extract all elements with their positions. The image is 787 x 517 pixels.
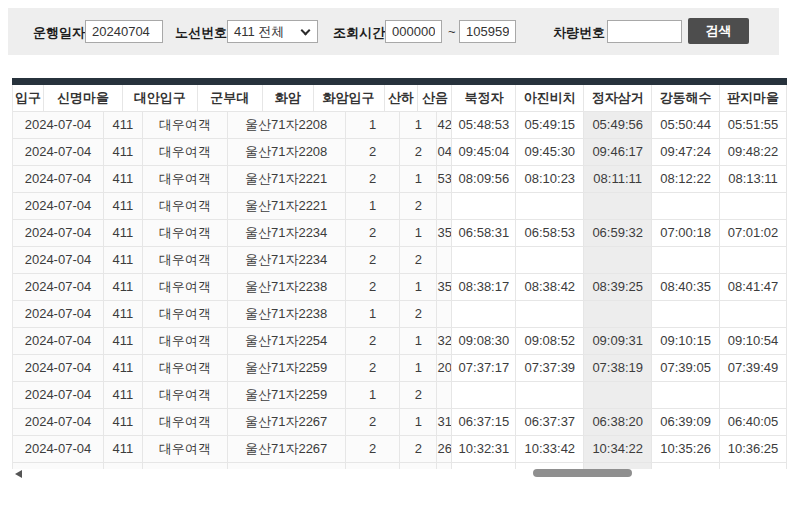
table-row[interactable]: 2024-07-04411대우여객울산71자2238213508:38:1708… (12, 274, 787, 301)
cell-direction[interactable]: 2 (346, 436, 401, 463)
cell-sequence[interactable]: 1 (400, 220, 437, 247)
scrollbar-thumb[interactable] (533, 469, 632, 477)
cell-sequence[interactable]: 2 (400, 247, 437, 274)
cell-company[interactable]: 대우여객 (143, 436, 228, 463)
cell-arrival-time[interactable]: 09:08:52 (516, 328, 584, 355)
cell-vehicle[interactable]: 울산71자2234 (228, 220, 346, 247)
cell-arrival-time[interactable]: 09:09:31 (584, 328, 652, 355)
cell-arrival-time[interactable] (584, 301, 652, 328)
cell-arrival-time[interactable]: 05:48:53 (452, 112, 516, 139)
cell-direction[interactable]: 2 (346, 220, 401, 247)
cell-date[interactable]: 2024-07-04 (13, 247, 104, 274)
cell-arrival-time[interactable]: 06:58:31 (452, 220, 516, 247)
cell-company[interactable]: 대우여객 (143, 328, 228, 355)
cell-arrival-time[interactable]: 08:13:11 (720, 166, 787, 193)
cell-direction[interactable]: 2 (346, 355, 401, 382)
cell-company[interactable]: 대우여객 (143, 220, 228, 247)
cell-arrival-time[interactable]: 05:49:15 (516, 112, 584, 139)
cell-arrival-time[interactable] (584, 382, 652, 409)
cell-arrival-time[interactable] (452, 382, 516, 409)
scroll-left-arrow-icon[interactable] (15, 470, 22, 478)
time-from-input[interactable] (385, 20, 442, 43)
cell-vehicle[interactable]: 울산71자2238 (228, 301, 346, 328)
cell-time-fragment[interactable]: 04 (437, 139, 452, 166)
cell-date[interactable]: 2024-07-04 (13, 139, 104, 166)
cell-arrival-time[interactable]: 08:40:35 (652, 274, 720, 301)
cell-arrival-time[interactable]: 07:37:39 (516, 355, 584, 382)
cell-arrival-time[interactable]: 07:38:19 (584, 355, 652, 382)
operation-date-input[interactable] (85, 20, 163, 43)
cell-route[interactable]: 411 (104, 274, 143, 301)
highlighted-time-cell[interactable]: 08:39:25 (584, 274, 652, 301)
cell-arrival-time[interactable]: 05:51:55 (720, 112, 787, 139)
cell-company[interactable]: 대우여객 (143, 409, 228, 436)
route-select[interactable]: 411 전체 (227, 20, 318, 43)
cell-arrival-time[interactable]: 10:34:22 (584, 436, 652, 463)
cell-arrival-time[interactable] (720, 301, 787, 328)
cell-arrival-time[interactable]: 06:37:37 (516, 409, 584, 436)
cell-time-fragment[interactable]: 20 (437, 355, 452, 382)
cell-route[interactable]: 411 (104, 166, 143, 193)
cell-time-fragment[interactable] (437, 382, 452, 409)
cell-sequence[interactable]: 2 (400, 436, 437, 463)
cell-time-fragment[interactable] (437, 247, 452, 274)
cell-direction[interactable]: 2 (346, 166, 401, 193)
cell-arrival-time[interactable]: 06:59:32 (584, 220, 652, 247)
cell-arrival-time[interactable]: 08:10:23 (516, 166, 584, 193)
table-row[interactable]: 2024-07-04411대우여객울산71자2254213209:08:3009… (12, 328, 787, 355)
cell-arrival-time[interactable]: 10:33:42 (516, 436, 584, 463)
cell-arrival-time[interactable]: 10:35:26 (652, 436, 720, 463)
cell-sequence[interactable]: 1 (400, 328, 437, 355)
cell-vehicle[interactable]: 울산71자2267 (228, 436, 346, 463)
table-row[interactable]: 2024-07-04411대우여객울산71자225912 (12, 382, 787, 409)
cell-company[interactable]: 대우여객 (143, 382, 228, 409)
cell-sequence[interactable]: 2 (400, 193, 437, 220)
cell-direction[interactable]: 2 (346, 274, 401, 301)
cell-date[interactable]: 2024-07-04 (13, 112, 104, 139)
cell-vehicle[interactable]: 울산71자2267 (228, 409, 346, 436)
cell-route[interactable]: 411 (104, 355, 143, 382)
cell-arrival-time[interactable]: 06:38:20 (584, 409, 652, 436)
cell-date[interactable]: 2024-07-04 (13, 409, 104, 436)
cell-company[interactable]: 대우여객 (143, 139, 228, 166)
cell-direction[interactable]: 1 (346, 382, 401, 409)
cell-time-fragment[interactable]: 31 (437, 409, 452, 436)
cell-route[interactable]: 411 (104, 301, 143, 328)
cell-route[interactable]: 411 (104, 112, 143, 139)
cell-arrival-time[interactable]: 08:12:22 (652, 166, 720, 193)
cell-arrival-time[interactable] (516, 247, 584, 274)
cell-arrival-time[interactable]: 09:45:30 (516, 139, 584, 166)
cell-direction[interactable]: 2 (346, 139, 401, 166)
cell-arrival-time[interactable]: 09:08:30 (452, 328, 516, 355)
table-row[interactable]: 2024-07-04411대우여객울산71자2221215308:09:5608… (12, 166, 787, 193)
cell-arrival-time[interactable]: 08:38:42 (516, 274, 584, 301)
cell-arrival-time[interactable]: 07:01:02 (720, 220, 787, 247)
cell-arrival-time[interactable] (652, 301, 720, 328)
cell-date[interactable]: 2024-07-04 (13, 436, 104, 463)
cell-arrival-time[interactable]: 09:45:04 (452, 139, 516, 166)
cell-arrival-time[interactable] (652, 193, 720, 220)
vehicle-number-input[interactable] (607, 20, 682, 43)
table-row[interactable]: 2024-07-04411대우여객울산71자223812 (12, 301, 787, 328)
table-row[interactable]: 2024-07-04411대우여객울산71자2267222610:32:3110… (12, 436, 787, 463)
cell-company[interactable]: 대우여객 (143, 112, 228, 139)
cell-vehicle[interactable]: 울산71자2254 (228, 328, 346, 355)
cell-date[interactable]: 2024-07-04 (13, 382, 104, 409)
cell-arrival-time[interactable]: 05:49:56 (584, 112, 652, 139)
horizontal-scrollbar[interactable] (12, 469, 787, 480)
cell-date[interactable]: 2024-07-04 (13, 355, 104, 382)
cell-direction[interactable]: 1 (346, 193, 401, 220)
cell-vehicle[interactable]: 울산71자2221 (228, 166, 346, 193)
cell-time-fragment[interactable]: 53 (437, 166, 452, 193)
cell-date[interactable]: 2024-07-04 (13, 301, 104, 328)
cell-sequence[interactable]: 2 (400, 301, 437, 328)
cell-arrival-time[interactable]: 08:38:17 (452, 274, 516, 301)
cell-route[interactable]: 411 (104, 247, 143, 274)
cell-time-fragment[interactable]: 26 (437, 436, 452, 463)
cell-sequence[interactable]: 2 (400, 382, 437, 409)
cell-route[interactable]: 411 (104, 409, 143, 436)
search-button[interactable]: 검색 (688, 18, 749, 44)
cell-arrival-time[interactable]: 06:37:15 (452, 409, 516, 436)
cell-arrival-time[interactable]: 09:10:54 (720, 328, 787, 355)
cell-arrival-time[interactable]: 10:32:31 (452, 436, 516, 463)
